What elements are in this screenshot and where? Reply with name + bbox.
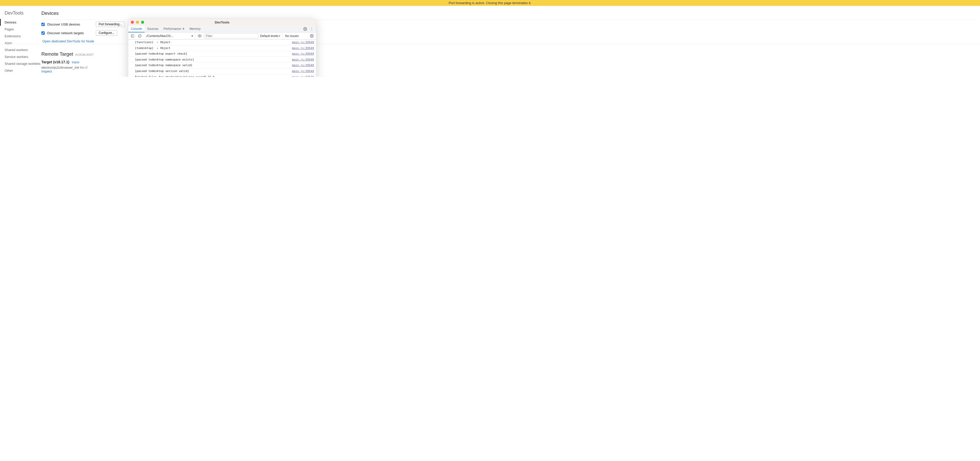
discover-network-label: Discover network targets [47,31,93,35]
console-toolbar: ./Contents/MacOS... ▼ Default levels▾ No… [128,32,316,40]
log-message: Fetched files for @todesktop/plugin-exec… [135,75,290,77]
svg-line-4 [139,35,141,37]
log-source-link[interactable]: main.js:59549 [292,40,314,45]
tab-console[interactable]: Console [128,26,145,32]
log-message: [functions] ▸ Object [135,40,290,45]
issues-indicator[interactable]: No Issues [284,34,300,38]
tab-sources[interactable]: Sources [145,25,161,32]
sidebar-item-shared-workers[interactable]: Shared workers [5,46,41,53]
svg-point-5 [199,35,200,36]
log-row: [passed todesktop namespace valid]main.j… [128,63,316,68]
sidebar: DevTools DevicesPagesExtensionsAppsShare… [0,6,41,77]
svg-rect-1 [131,35,134,37]
filter-input[interactable] [204,33,259,38]
discover-usb-checkbox[interactable] [41,23,45,26]
log-row: [todesktop] ▸ Objectmain.js:59549 [128,46,316,51]
log-row: [passed todesktop version valid]main.js:… [128,68,316,74]
maximize-window-icon[interactable] [141,21,144,24]
log-message: [passed todesktop export check] [135,52,290,56]
configure-button[interactable]: Configure... [96,30,117,36]
log-levels-dropdown[interactable]: Default levels▾ [260,32,283,39]
log-row: [passed todesktop export check]main.js:5… [128,51,316,57]
port-forwarding-button[interactable]: Port forwarding... [96,21,125,27]
toggle-sidebar-icon[interactable] [130,33,135,39]
log-source-link[interactable]: main.js:59549 [292,57,314,62]
sidebar-item-shared-storage-worklets[interactable]: Shared storage worklets [5,60,41,67]
window-title: DevTools [215,21,230,24]
app-title: DevTools [5,11,41,16]
trace-link[interactable]: trace [72,60,79,64]
titlebar[interactable]: DevTools [128,19,316,25]
svg-point-6 [311,35,312,36]
panel-tabbar: Console Sources Performance⚗ Memory ⋮ [128,25,316,32]
discover-usb-label: Discover USB devices [47,22,93,26]
log-message: [passed todesktop namespace exists] [135,57,290,62]
log-source-link[interactable]: main.js:59549 [292,63,314,68]
log-row: [passed todesktop namespace exists]main.… [128,57,316,63]
remote-target-heading: Remote Target [41,51,73,57]
main-content: Devices Discover USB devices Port forwar… [41,6,980,77]
port-forwarding-banner: Port forwarding is active. Closing this … [0,0,980,6]
clear-console-icon[interactable] [137,33,143,39]
svg-point-0 [304,29,305,29]
minimize-window-icon[interactable] [136,21,139,24]
log-source-link[interactable]: main.js:59549 [292,46,314,51]
devtools-window: DevTools Console Sources Performance⚗ Me… [128,19,316,77]
log-source-link[interactable]: main.js:59549 [292,52,314,56]
target-label: Target (v18.17.1) [41,60,69,64]
context-selector[interactable]: ./Contents/MacOS... ▼ [144,32,195,39]
tab-memory[interactable]: Memory [187,25,203,32]
chevron-down-icon: ▼ [191,35,193,37]
console-settings-icon[interactable] [309,33,315,39]
devices-heading: Devices [41,11,980,16]
log-row: [functions] ▸ Objectmain.js:59549 [128,40,316,46]
discover-network-checkbox[interactable] [41,32,45,35]
sidebar-item-devices[interactable]: Devices [0,19,41,26]
target-scheme: file:/// [80,66,88,70]
log-message: [todesktop] ▸ Object [135,46,290,51]
flask-icon: ⚗ [182,28,185,30]
log-message: [passed todesktop namespace valid] [135,63,290,68]
live-expression-icon[interactable] [197,33,202,39]
log-source-link[interactable]: main.js:59549 [292,69,314,73]
open-dedicated-devtools-link[interactable]: Open dedicated DevTools for Node [42,39,94,43]
sidebar-item-service-workers[interactable]: Service workers [5,53,41,60]
remote-target-host: #LOCALHOST [75,53,94,56]
settings-icon[interactable] [302,26,308,32]
sidebar-item-pages[interactable]: Pages [5,26,41,33]
console-output[interactable]: [functions] ▸ Objectmain.js:59549[todesk… [128,40,316,77]
log-row: Fetched files for @todesktop/plugin-exec… [128,74,316,77]
inspect-link[interactable]: inspect [41,70,52,73]
sidebar-item-apps[interactable]: Apps [5,40,41,46]
more-icon[interactable]: ⋮ [309,26,315,32]
close-window-icon[interactable] [131,21,134,24]
sidebar-item-other[interactable]: Other [5,67,41,74]
sidebar-item-extensions[interactable]: Extensions [5,33,41,40]
target-path: electron/js2c/browser_init [41,66,79,70]
tab-performance[interactable]: Performance⚗ [161,25,187,32]
log-source-link[interactable]: main.js:59549 [292,75,314,77]
log-message: [passed todesktop version valid] [135,69,290,73]
